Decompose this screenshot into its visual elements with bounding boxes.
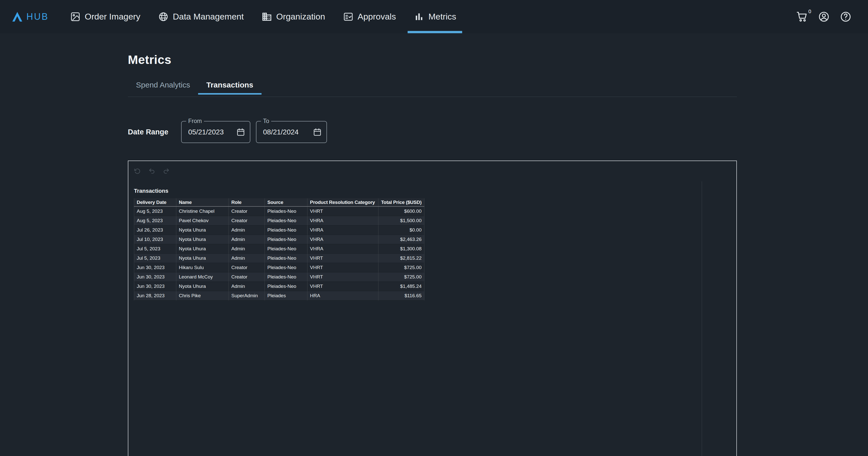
column-header-role[interactable]: Role	[229, 198, 265, 207]
cell-price: $1,300.08	[378, 244, 424, 253]
nav-item-metrics[interactable]: Metrics	[408, 0, 462, 33]
undo-button[interactable]	[148, 168, 155, 175]
cell-name: Nyota Uhura	[176, 225, 229, 235]
cell-delivery-date: Jul 26, 2023	[134, 225, 176, 235]
table-row: Jun 30, 2023 Leonard McCoy Creator Pleia…	[134, 272, 424, 281]
cell-role: Admin	[229, 281, 265, 291]
nav-item-label: Metrics	[428, 12, 456, 22]
cell-price: $2,463.26	[378, 235, 424, 244]
data-management-icon	[158, 11, 169, 22]
nav-item-organization[interactable]: Organization	[255, 0, 331, 33]
table-row: Jun 28, 2023 Chris Pike SuperAdmin Pleia…	[134, 291, 424, 300]
cell-price: $725.00	[378, 263, 424, 272]
cell-price: $1,485.24	[378, 281, 424, 291]
cell-name: Hikaru Sulu	[176, 263, 229, 272]
cell-category: VHRT	[307, 272, 378, 281]
nav-item-approvals[interactable]: Approvals	[337, 0, 402, 33]
nav-item-label: Approvals	[358, 12, 396, 22]
cart-icon	[796, 11, 808, 23]
table-header-row: Delivery Date Name Role Source Product R…	[134, 198, 424, 207]
cell-role: Admin	[229, 253, 265, 263]
cell-role: Admin	[229, 235, 265, 244]
from-date-input[interactable]	[188, 128, 236, 136]
dashboard-title: Transactions	[134, 188, 736, 194]
reset-button[interactable]	[134, 168, 141, 175]
column-header-source[interactable]: Source	[265, 198, 307, 207]
cell-category: VHRT	[307, 263, 378, 272]
column-header-name[interactable]: Name	[176, 198, 229, 207]
tab-label: Spend Analytics	[136, 81, 190, 89]
reset-icon	[134, 168, 141, 175]
main-content: Metrics Spend Analytics Transactions Dat…	[0, 53, 868, 456]
tab-transactions[interactable]: Transactions	[198, 77, 261, 95]
table-row: Jun 30, 2023 Nyota Uhura Admin Pleiades-…	[134, 281, 424, 291]
from-date-field[interactable]: From	[181, 121, 250, 143]
cell-category: VHRA	[307, 235, 378, 244]
cell-delivery-date: Aug 5, 2023	[134, 207, 176, 216]
to-date-field[interactable]: To	[256, 121, 327, 143]
help-icon	[840, 11, 852, 23]
cell-name: Nyota Uhura	[176, 281, 229, 291]
calendar-icon[interactable]	[313, 128, 322, 137]
dashboard-panel: Transactions Delivery Date Name Role Sou…	[128, 160, 737, 456]
table-row: Aug 5, 2023 Christine Chapel Creator Ple…	[134, 207, 424, 216]
transactions-table: Delivery Date Name Role Source Product R…	[134, 198, 424, 301]
nav-item-data-management[interactable]: Data Management	[152, 0, 250, 33]
table-row: Jun 30, 2023 Hikaru Sulu Creator Pleiade…	[134, 263, 424, 272]
to-date-input[interactable]	[263, 128, 313, 136]
account-button[interactable]	[818, 11, 830, 23]
cell-category: VHRT	[307, 281, 378, 291]
cart-button[interactable]: 0	[796, 11, 808, 23]
cell-price: $0.00	[378, 225, 424, 235]
cell-role: Creator	[229, 216, 265, 225]
brand-logo[interactable]: HUB	[11, 11, 49, 23]
cell-price: $725.00	[378, 272, 424, 281]
cell-delivery-date: Jun 30, 2023	[134, 272, 176, 281]
redo-button[interactable]	[163, 168, 170, 175]
nav-item-label: Order Imagery	[85, 12, 140, 22]
cell-delivery-date: Jun 30, 2023	[134, 263, 176, 272]
cell-name: Leonard McCoy	[176, 272, 229, 281]
organization-icon	[261, 11, 272, 22]
brand-logo-text: HUB	[26, 11, 49, 22]
tab-spend-analytics[interactable]: Spend Analytics	[128, 77, 198, 95]
cell-price: $116.65	[378, 291, 424, 300]
nav-right-actions: 0	[796, 11, 852, 23]
date-range-label: Date Range	[128, 128, 181, 136]
column-header-category[interactable]: Product Resolution Category	[307, 198, 378, 207]
tab-label: Transactions	[206, 81, 253, 89]
cell-name: Nyota Uhura	[176, 253, 229, 263]
cell-role: SuperAdmin	[229, 291, 265, 300]
to-field-label: To	[261, 118, 271, 124]
metrics-icon	[414, 11, 424, 22]
help-button[interactable]	[840, 11, 852, 23]
table-row: Jul 26, 2023 Nyota Uhura Admin Pleiades-…	[134, 225, 424, 235]
cell-delivery-date: Aug 5, 2023	[134, 216, 176, 225]
cell-source: Pleiades-Neo	[265, 263, 307, 272]
table-row: Jul 5, 2023 Nyota Uhura Admin Pleiades-N…	[134, 253, 424, 263]
cell-name: Nyota Uhura	[176, 235, 229, 244]
nav-item-label: Data Management	[173, 12, 244, 22]
cell-source: Pleiades-Neo	[265, 207, 307, 216]
cell-delivery-date: Jul 5, 2023	[134, 253, 176, 263]
column-header-total-price[interactable]: Total Price ($USD)	[378, 198, 424, 207]
page-title: Metrics	[128, 53, 868, 67]
cell-role: Admin	[229, 225, 265, 235]
approvals-icon	[343, 11, 353, 22]
cell-source: Pleiades-Neo	[265, 244, 307, 253]
column-header-delivery-date[interactable]: Delivery Date	[134, 198, 176, 207]
cell-role: Creator	[229, 272, 265, 281]
redo-icon	[163, 168, 170, 175]
table-row: Jul 5, 2023 Nyota Uhura Admin Pleiades-N…	[134, 244, 424, 253]
cell-source: Pleiades-Neo	[265, 225, 307, 235]
cell-source: Pleiades	[265, 291, 307, 300]
top-navigation: HUB Order Imagery Data Management Organi…	[0, 0, 868, 33]
cell-price: $600.00	[378, 207, 424, 216]
nav-item-order-imagery[interactable]: Order Imagery	[64, 0, 146, 33]
cell-source: Pleiades-Neo	[265, 272, 307, 281]
cell-category: VHRA	[307, 225, 378, 235]
table-row: Aug 5, 2023 Pavel Chekov Creator Pleiade…	[134, 216, 424, 225]
from-field-label: From	[186, 118, 204, 124]
calendar-icon[interactable]	[236, 128, 245, 137]
cell-delivery-date: Jul 5, 2023	[134, 244, 176, 253]
